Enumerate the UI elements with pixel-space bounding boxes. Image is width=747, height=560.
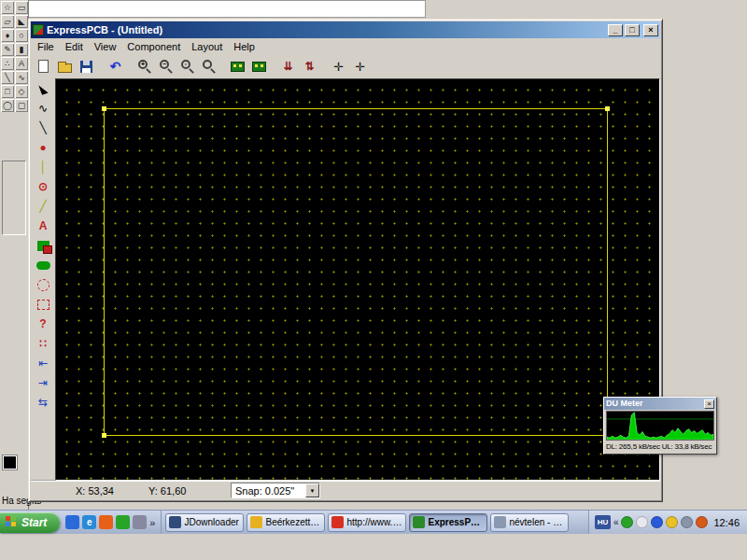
paint-tool-fill[interactable]: ◣ [15,15,28,28]
paint-tool-select[interactable]: ▭ [15,1,28,14]
paint-tool-ellipse[interactable]: ◯ [1,99,14,112]
view-board-bottom-button[interactable] [248,56,270,77]
curve-tool-icon: ∿ [38,103,48,114]
menu-help[interactable]: Help [228,40,261,53]
paint-tool-color-picker[interactable]: ♦ [1,29,14,42]
du-meter-title-bar[interactable]: DU Meter × [604,398,716,410]
quick-launch-icon-4[interactable] [116,515,130,529]
taskbar-button-paint[interactable]: névtelen - Paint [490,513,569,532]
paint-tool-pencil[interactable]: ✎ [1,43,14,56]
pan-tool-2-button[interactable]: ✛ [349,56,371,77]
quick-launch-icon-2[interactable]: e [82,515,96,529]
quick-launch-icon-5[interactable] [133,515,147,529]
expresspcb-window: ExpressPCB - (Untitled) _ □ × File Edit … [28,19,663,502]
plane-tool[interactable] [33,236,53,255]
grid-dots-tool[interactable]: ∷ [33,334,53,353]
system-tray: HU « 12:46 [588,511,747,534]
paint-tool-curve[interactable]: ∿ [15,71,28,84]
zoom-previous-icon [201,59,217,75]
text-tool[interactable]: A [33,217,53,235]
express-toolbar: ↶ + − ▫ ⇊ ⇅ ✛ ✛ [31,54,660,78]
paint-tool-brush[interactable]: ▮ [15,43,28,56]
tray-clock[interactable]: 12:46 [713,517,740,528]
paint-tool-airbrush[interactable]: ∴ [1,57,14,70]
quick-launch-icon-1[interactable] [65,515,79,529]
quick-launch-overflow-chevron[interactable]: » [149,517,155,528]
maximize-button[interactable]: □ [625,24,640,36]
tray-icon-3[interactable] [651,516,663,528]
paint-tool-text[interactable]: A [15,57,28,70]
tray-chevron[interactable]: « [613,517,619,527]
keepout-rect-tool[interactable] [33,295,53,314]
tray-icon-6[interactable] [696,516,708,528]
menu-edit[interactable]: Edit [60,40,89,53]
paint-tool-eraser[interactable]: ▱ [1,15,14,28]
swap-traces-tool[interactable]: ⇆ [33,393,53,412]
via-tool[interactable]: ⊙ [33,177,53,196]
angle-trace-tool[interactable]: ╱ [33,197,53,216]
taskbar-button-browser[interactable]: http://www.ke... [328,513,406,532]
spacing-tool-2-button[interactable]: ⇅ [299,56,320,77]
paint-tool-rectangle[interactable]: □ [1,85,14,98]
taskbar-button-mail[interactable]: Beérkezett üze... [247,513,325,532]
mail-icon [250,516,262,528]
taskbar-button-expresspcb[interactable]: ExpressPCB - ... [409,513,487,532]
zoom-in-button[interactable]: + [134,56,155,77]
tray-icon-1[interactable] [621,516,633,528]
undo-icon: ↶ [110,60,121,73]
paint-tool-magnifier[interactable]: ○ [15,29,28,42]
zoom-board-button[interactable]: ▫ [176,56,198,77]
paint-foreground-color[interactable] [3,455,17,469]
menu-component[interactable]: Component [121,40,186,53]
du-meter-stats: DL: 265,5 kB/sec UL: 33,8 kB/sec [604,441,716,451]
keepout-circle-tool[interactable] [33,275,53,294]
combo-dropdown-arrow[interactable]: ▼ [305,483,319,497]
zoom-previous-button[interactable] [198,56,219,77]
menu-layout[interactable]: Layout [186,40,228,53]
trace-tool[interactable]: │ [33,158,53,176]
du-meter-close-button[interactable]: × [704,399,714,409]
minimize-button[interactable]: _ [608,24,623,36]
select-tool[interactable] [33,79,53,98]
zoom-out-button[interactable]: − [155,56,176,77]
grid-dots-icon: ∷ [39,338,47,349]
menu-file[interactable]: File [32,40,60,53]
board-handle-top-left[interactable] [102,106,106,111]
component-help-tool[interactable]: ? [33,315,53,333]
tray-icon-2[interactable] [636,516,648,528]
quick-launch-icon-3[interactable] [99,515,113,529]
pan-tool-1-button[interactable]: ✛ [328,56,349,77]
background-window-strip [28,0,426,18]
menu-view[interactable]: View [89,40,122,53]
window-title-bar[interactable]: ExpressPCB - (Untitled) _ □ × [31,21,660,38]
open-file-button[interactable] [54,56,76,77]
paint-tool-free-select[interactable]: ☆ [1,1,14,14]
paint-tool-line[interactable]: ╲ [1,71,14,84]
close-button[interactable]: × [643,24,658,36]
tray-icon-4[interactable] [666,516,678,528]
disconnect-right-tool[interactable]: ⇥ [33,373,53,392]
pcb-canvas[interactable] [55,78,660,481]
language-indicator[interactable]: HU [595,515,611,529]
spacing-tool-1-button[interactable]: ⇊ [277,56,299,77]
board-handle-top-right[interactable] [605,106,610,111]
disconnect-left-tool[interactable]: ⇤ [33,354,53,372]
curve-tool[interactable]: ∿ [33,99,53,118]
paint-tool-polygon[interactable]: ◇ [15,85,28,98]
board-handle-bottom-left[interactable] [102,433,106,438]
tray-icon-5[interactable] [681,516,693,528]
filled-ellipse-tool[interactable] [33,256,53,274]
line-tool-icon: ╲ [39,122,46,133]
view-board-top-button[interactable] [227,56,248,77]
undo-button[interactable]: ↶ [105,56,126,77]
pad-tool[interactable]: ● [33,138,53,157]
new-file-button[interactable] [33,56,54,77]
board-outline[interactable] [104,108,608,436]
snap-grid-combobox[interactable]: Snap: 0.025" ▼ [231,483,320,498]
du-meter-title: DU Meter [606,399,704,408]
save-button[interactable] [76,56,97,77]
start-button[interactable]: Start [0,512,60,533]
line-tool[interactable]: ╲ [33,119,53,137]
taskbar-button-jdownloader[interactable]: JDownloader [165,513,244,532]
paint-tool-rounded-rectangle[interactable]: ▢ [15,99,28,112]
